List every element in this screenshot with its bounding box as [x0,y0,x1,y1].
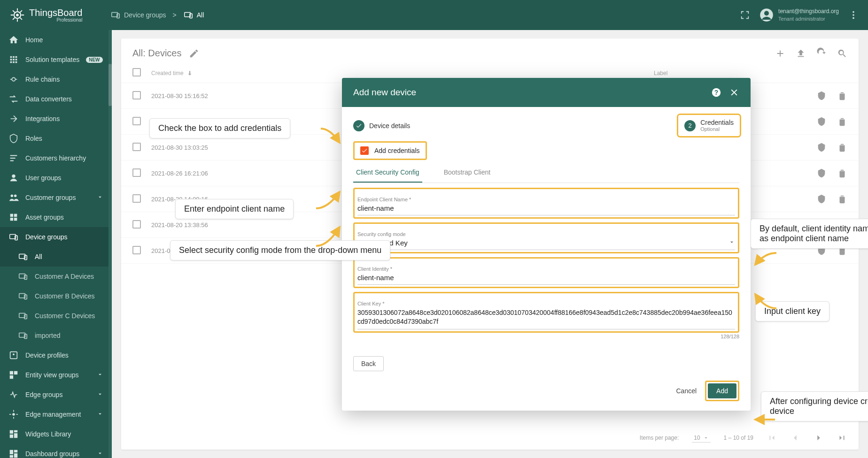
svg-rect-17 [14,218,17,221]
sidebar-item-data-converters[interactable]: Data converters [0,89,112,109]
add-button[interactable]: Add [708,383,736,398]
sidebar-item-imported[interactable]: imported [0,326,112,345]
svg-rect-16 [10,218,13,221]
entity-icon [8,370,19,380]
help-icon[interactable]: ? [711,87,721,98]
sidebar-item-label: Device profiles [25,351,69,359]
sidebar-item-entity-view-groups[interactable]: Entity view groups [0,365,112,385]
client-identity-input[interactable] [357,272,735,285]
svg-rect-32 [10,371,13,374]
breadcrumb-item-all[interactable]: All [183,10,204,20]
svg-rect-23 [24,275,27,279]
tab-bootstrap-client[interactable]: Bootstrap Client [441,163,494,183]
fullscreen-icon[interactable] [740,10,750,20]
logo[interactable]: ThingsBoard Professional [9,7,110,23]
add-credentials-checkbox[interactable] [360,146,369,155]
back-button[interactable]: Back [353,356,384,371]
dashboard-icon [8,449,19,458]
sidebar-item-all[interactable]: All [0,247,112,267]
sidebar-scroll-thumb[interactable] [108,64,112,106]
svg-rect-3 [117,14,120,18]
security-config-mode-label: Security config mode [357,231,735,237]
breadcrumb-item-device-groups[interactable]: Device groups [110,10,166,20]
client-key-char-count: 128/128 [353,334,739,339]
stepper: Device details 2 Credentials Optional [342,107,751,137]
sidebar-item-label: Edge groups [25,391,62,398]
client-key-highlight: Client Key * 3059301306072a8648ce3d02010… [353,292,739,333]
step-device-details[interactable]: Device details [353,120,410,131]
sidebar-item-customer-c-devices[interactable]: Customer C Devices [0,306,112,326]
client-key-input[interactable]: 3059301306072a8648ce3d020106082a8648ce3d… [357,306,735,329]
sidebar-item-user-groups[interactable]: User groups [0,168,112,188]
endpoint-client-name-input[interactable] [357,202,735,215]
svg-rect-15 [14,214,17,217]
devices-icon [8,232,19,242]
devices-icon [18,291,28,301]
chevron-down-icon [728,239,735,247]
tab-client-security-config[interactable]: Client Security Config [353,163,422,183]
devices-icon [18,330,28,341]
sidebar-item-home[interactable]: Home [0,30,112,50]
devices-icon [183,10,194,20]
app-name: ThingsBoard [29,8,82,17]
callout-add-credentials: Check the box to add credentials [149,118,290,138]
sidebar-item-customer-b-devices[interactable]: Customer B Devices [0,286,112,306]
endpoint-client-name-label: Endpoint Client Name * [357,197,735,202]
modal-header: Add new device ? [342,78,751,107]
sidebar-item-customers-hierarchy[interactable]: Customers hierarchy [0,148,112,168]
sidebar-item-dashboard-groups[interactable]: Dashboard groups [0,444,112,458]
sidebar-scrollbar[interactable] [108,30,112,458]
breadcrumb: Device groups > All [110,10,204,20]
svg-point-13 [14,195,16,198]
svg-rect-19 [15,236,18,240]
client-identity-label: Client Identity * [357,266,735,272]
step-credentials[interactable]: 2 Credentials Optional [679,115,739,136]
sidebar-item-device-groups[interactable]: Device groups [0,227,112,247]
devices-icon [18,252,28,262]
sidebar: HomeSolution templatesNEWRule chainsData… [0,30,112,458]
credential-tabs: Client Security Config Bootstrap Client [353,163,739,183]
devices-icon [18,311,28,321]
sidebar-item-label: imported [35,332,60,339]
callout-security-mode: Select security config mode from the dro… [170,240,390,260]
sidebar-item-label: Customer A Devices [35,273,94,280]
sidebar-item-rule-chains[interactable]: Rule chains [0,69,112,89]
shield-icon [8,133,19,144]
svg-rect-33 [14,371,17,374]
user-menu[interactable]: tenant@thingsboard.org Tenant administra… [760,8,839,22]
svg-point-7 [764,11,769,15]
svg-rect-40 [10,450,13,454]
endpoint-name-highlight: Endpoint Client Name * [353,188,739,219]
sidebar-item-label: Dashboard groups [25,450,79,458]
sidebar-item-customer-groups[interactable]: Customer groups [0,188,112,207]
close-icon[interactable] [729,87,739,98]
sidebar-item-label: Device groups [25,233,68,241]
more-vert-icon[interactable] [848,10,859,20]
chevron-down-icon [97,391,103,399]
step-two-badge: 2 [684,120,696,131]
sidebar-item-edge-management[interactable]: Edge management [0,405,112,424]
svg-rect-25 [24,295,27,299]
sidebar-item-roles[interactable]: Roles [0,129,112,148]
sidebar-item-asset-groups[interactable]: Asset groups [0,207,112,227]
cancel-button[interactable]: Cancel [676,387,697,395]
svg-rect-21 [24,255,27,260]
sidebar-item-label: All [35,253,42,260]
sidebar-item-solution-templates[interactable]: Solution templatesNEW [0,50,112,69]
svg-rect-39 [10,435,13,438]
check-circle-icon [353,120,364,131]
sidebar-item-widgets-library[interactable]: Widgets Library [0,424,112,444]
sidebar-item-integrations[interactable]: Integrations [0,109,112,129]
callout-endpoint-name: Enter endpoint client name [175,199,294,219]
sidebar-item-device-profiles[interactable]: Device profiles [0,345,112,365]
sidebar-item-edge-groups[interactable]: Edge groups [0,385,112,405]
chevron-down-icon [97,450,103,458]
app-edition: Professional [29,17,82,23]
widgets-icon [8,429,19,439]
sidebar-item-label: Roles [25,135,42,142]
security-config-mode-select[interactable]: Pre-Shared Key [357,237,735,250]
client-identity-highlight: Client Identity * [353,257,739,288]
sidebar-item-customer-a-devices[interactable]: Customer A Devices [0,267,112,286]
converter-icon [8,94,19,104]
sidebar-item-label: Solution templates [25,56,79,63]
